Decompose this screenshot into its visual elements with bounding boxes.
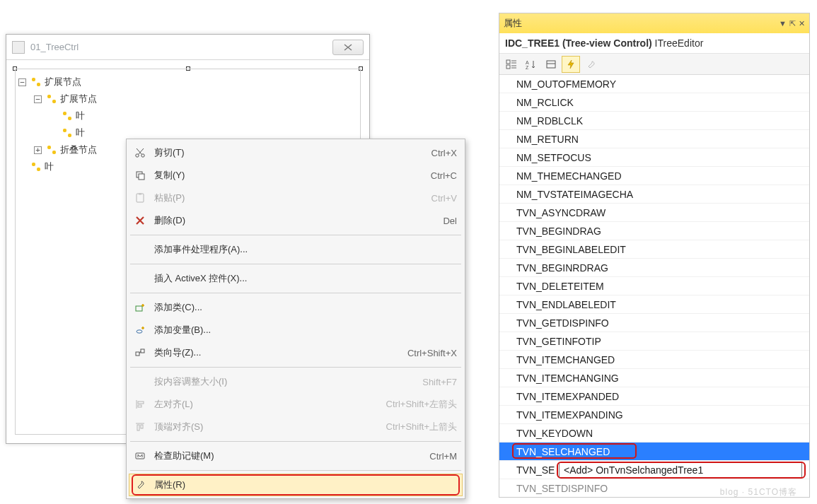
event-row[interactable]: TVN_ITEMCHANGED — [499, 351, 809, 369]
event-row[interactable]: NM_RETURN — [499, 130, 809, 148]
tree-node[interactable]: − 扩展节点 — [18, 90, 357, 107]
menu-paste: 粘贴(P) Ctrl+V — [129, 187, 463, 209]
event-row[interactable]: TVN_BEGINRDRAG — [499, 259, 809, 277]
control-interface: ITreeEditor — [655, 37, 704, 49]
control-id: IDC_TREE1 — [505, 37, 560, 49]
menu-separator — [130, 264, 461, 264]
menu-check-mnemonics[interactable]: 检查助记键(M) Ctrl+M — [129, 445, 463, 467]
events-button[interactable] — [562, 56, 580, 73]
menu-label: 添加变量(B)... — [154, 324, 457, 336]
menu-label: 删除(D) — [154, 214, 434, 227]
event-row[interactable]: TVN_ITEMCHANGING — [499, 369, 809, 387]
event-row[interactable]: TVN_KEYDOWN — [499, 424, 809, 443]
tree-node-label: 叶 — [45, 158, 54, 175]
event-row[interactable]: TVN_BEGINLABELEDIT — [499, 240, 809, 259]
menu-shortcut: Ctrl+Shift+上箭头 — [386, 421, 457, 433]
svg-rect-15 — [506, 60, 510, 64]
svg-point-7 — [137, 330, 142, 333]
menu-insert-activex[interactable]: 插入 ActiveX 控件(X)... — [129, 267, 463, 290]
menu-delete[interactable]: 删除(D) Del — [129, 209, 463, 232]
menu-class-wizard[interactable]: 类向导(Z)... Ctrl+Shift+X — [129, 341, 463, 364]
svg-rect-12 — [137, 425, 139, 430]
control-type: (Tree-view Control) — [562, 37, 652, 49]
menu-label: 复制(Y) — [154, 169, 422, 182]
event-row[interactable]: NM_RDBLCLK — [499, 112, 809, 130]
wizard-icon — [133, 346, 147, 360]
event-row[interactable]: TVN_ITEMEXPANDED — [499, 387, 809, 406]
menu-label: 按内容调整大小(I) — [154, 375, 414, 388]
add-class-icon — [133, 300, 147, 315]
tree-node-label: 叶 — [76, 124, 85, 141]
event-row[interactable]: TVN_SETDISPINFO — [499, 479, 809, 497]
blank-icon — [133, 375, 147, 389]
event-row-selected[interactable]: TVN_SELCHANGED — [499, 443, 809, 461]
categorized-button[interactable] — [502, 56, 521, 73]
svg-rect-8 — [136, 352, 139, 356]
svg-rect-11 — [138, 405, 141, 407]
blank-icon — [133, 271, 147, 286]
menu-label: 左对齐(L) — [154, 398, 378, 411]
properties-toolbar: AZ — [499, 54, 809, 75]
dropdown-icon[interactable]: ▼ — [779, 19, 787, 28]
tree-node[interactable]: 叶 — [18, 107, 357, 124]
tree-node-label: 折叠节点 — [60, 141, 97, 158]
event-row[interactable]: TVN_DELETEITEM — [499, 277, 809, 295]
svg-rect-9 — [141, 349, 144, 353]
events-list[interactable]: NM_OUTOFMEMORY NM_RCLICK NM_RDBLCLK NM_R… — [499, 75, 809, 497]
event-handler-value: <Add> OnTvnSelchangedTree1 — [564, 464, 703, 476]
event-row[interactable]: TVN_GETDISPINFO — [499, 314, 809, 332]
properties-button[interactable] — [542, 56, 560, 73]
event-row[interactable]: NM_THEMECHANGED — [499, 167, 809, 185]
alphabetical-button[interactable]: AZ — [522, 56, 540, 73]
event-row[interactable]: TVN_ENDLABELEDIT — [499, 295, 809, 314]
blank-icon — [133, 242, 147, 257]
close-button[interactable] — [332, 40, 364, 55]
menu-add-class[interactable]: 添加类(C)... — [129, 296, 463, 319]
properties-panel: 属性 ▼ ⇱ ✕ IDC_TREE1 (Tree-view Control) I… — [499, 13, 810, 498]
event-row[interactable]: NM_RCLICK — [499, 93, 809, 112]
menu-shortcut: Shift+F7 — [422, 377, 457, 387]
collapse-icon[interactable]: − — [18, 78, 26, 86]
menu-copy[interactable]: 复制(Y) Ctrl+C — [129, 164, 463, 187]
menu-label: 粘贴(P) — [154, 192, 423, 204]
expand-icon[interactable]: + — [34, 146, 42, 154]
event-row[interactable]: TVN_ASYNCDRAW — [499, 204, 809, 222]
messages-button — [581, 56, 600, 73]
menu-properties[interactable]: 属性(R) — [129, 474, 463, 496]
tree-node[interactable]: − 扩展节点 — [18, 74, 357, 90]
event-row[interactable]: NM_SETFOCUS — [499, 148, 809, 167]
menu-label: 添加类(C)... — [154, 301, 457, 314]
svg-point-1 — [141, 154, 144, 157]
event-row[interactable]: TVN_GETINFOTIP — [499, 332, 809, 351]
menu-shortcut: Ctrl+Shift+X — [407, 348, 457, 358]
menu-separator — [130, 470, 461, 471]
menu-cut[interactable]: 剪切(T) Ctrl+X — [129, 141, 463, 164]
menu-size-to-content: 按内容调整大小(I) Shift+F7 — [129, 370, 463, 393]
menu-shortcut: Ctrl+V — [431, 193, 457, 204]
menu-separator — [130, 367, 461, 368]
menu-add-variable[interactable]: 添加变量(B)... — [129, 319, 463, 341]
svg-text:A: A — [526, 60, 529, 65]
menu-shortcut: Ctrl+X — [431, 148, 457, 158]
wrench-icon — [133, 478, 147, 492]
tree-node-label: 扩展节点 — [60, 90, 97, 107]
svg-rect-13 — [141, 425, 143, 428]
menu-separator — [130, 293, 461, 293]
svg-rect-14 — [136, 453, 144, 459]
event-row[interactable]: TVN_BEGINDRAG — [499, 222, 809, 240]
menu-label: 属性(R) — [154, 479, 457, 491]
event-row[interactable]: NM_OUTOFMEMORY — [499, 75, 809, 93]
leaf-icon — [62, 110, 73, 122]
event-row[interactable]: TVN_ITEMEXPANDING — [499, 406, 809, 424]
event-name: TVN_SELCHANGED — [516, 446, 610, 457]
menu-shortcut: Ctrl+Shift+左箭头 — [386, 398, 457, 411]
svg-point-0 — [136, 154, 139, 157]
pin-icon[interactable]: ⇱ — [789, 19, 796, 28]
menu-add-event-handler[interactable]: 添加事件处理程序(A)... — [129, 238, 463, 261]
event-value-row[interactable]: TVN_SE <Add> OnTvnSelchangedTree1 — [499, 461, 809, 479]
event-row[interactable]: NM_TVSTATEIMAGECHA — [499, 185, 809, 204]
event-handler-dropdown[interactable]: <Add> OnTvnSelchangedTree1 — [559, 462, 802, 478]
close-icon[interactable]: ✕ — [799, 19, 805, 28]
mnemonic-icon — [133, 449, 147, 463]
collapse-icon[interactable]: − — [34, 95, 42, 103]
